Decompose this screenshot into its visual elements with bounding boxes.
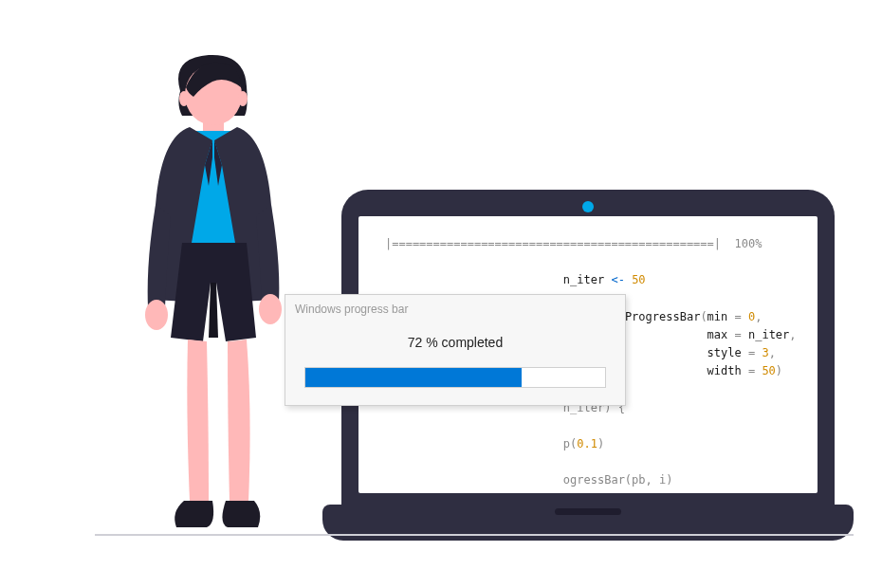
code-num-50: 50 (632, 273, 645, 286)
progress-dialog: Windows progress bar 72 % completed (285, 294, 626, 406)
code-var-niter: n_iter (563, 273, 604, 286)
svg-point-3 (238, 91, 248, 106)
progress-fill (305, 368, 522, 387)
svg-point-2 (179, 91, 189, 106)
svg-point-4 (145, 300, 168, 330)
code-sleep-val: 0.1 (577, 437, 597, 450)
progress-track (304, 367, 606, 388)
code-setprogress-tail: ogressBar(pb, i) (563, 473, 673, 487)
progress-dialog-body: 72 % completed (285, 320, 625, 405)
person-illustration (114, 53, 313, 546)
code-arrow: <- (611, 273, 624, 286)
illustration-scene: |=======================================… (0, 0, 882, 588)
ground-line (95, 534, 854, 536)
laptop-camera-icon (582, 201, 594, 212)
person-svg (114, 53, 313, 546)
progress-label: 72 % completed (304, 335, 606, 350)
code-progress-line: |=======================================… (385, 237, 762, 250)
svg-point-5 (259, 294, 282, 324)
progress-dialog-title: Windows progress bar (285, 295, 625, 320)
